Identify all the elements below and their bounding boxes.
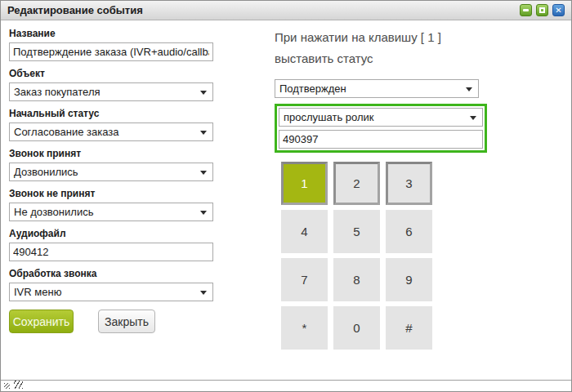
keypad-key-4[interactable]: 4 xyxy=(281,210,328,253)
call-handling-select[interactable]: IVR меню xyxy=(9,283,213,301)
dropdown-arrow-icon xyxy=(200,171,207,175)
event-form: Название Объект Заказ покупателя Начальн… xyxy=(9,28,213,333)
select-value: Заказ покупателя xyxy=(14,86,101,98)
field-label: Начальный статус xyxy=(9,108,213,119)
dropdown-arrow-icon xyxy=(200,211,207,215)
field-label: Название xyxy=(9,28,213,39)
keypad-key-0[interactable]: 0 xyxy=(333,306,380,350)
keypad-key-6[interactable]: 6 xyxy=(386,210,432,253)
field-call-not-accepted: Звонок не принят Не дозвонились xyxy=(9,188,213,221)
field-initial-status: Начальный статус Согласование заказа xyxy=(9,108,213,141)
dropdown-arrow-icon xyxy=(466,87,472,91)
field-label: Аудиофайл xyxy=(9,228,213,239)
field-label: Звонок принят xyxy=(9,148,213,159)
dropdown-arrow-icon xyxy=(200,91,207,95)
keypad-key-5[interactable]: 5 xyxy=(333,210,380,253)
minimize-button[interactable] xyxy=(520,4,532,16)
select-value: Не дозвонились xyxy=(14,206,93,218)
select-value: Дозвонились xyxy=(14,166,78,178)
maximize-icon xyxy=(539,7,545,13)
window-controls: ✕ xyxy=(520,4,571,16)
name-input[interactable] xyxy=(9,42,213,61)
edit-event-window: Редактирование события ✕ Название Объект… xyxy=(0,0,572,392)
key-action-heading: При нажатии на клавишу [ 1 ] выставить с… xyxy=(275,27,497,69)
object-select[interactable]: Заказ покупателя xyxy=(9,82,213,101)
keypad-key-hash[interactable]: # xyxy=(386,306,432,350)
field-call-accepted: Звонок принят Дозвонились xyxy=(9,148,213,181)
keypad-key-1[interactable]: 1 xyxy=(281,162,328,205)
maximize-button[interactable] xyxy=(536,4,548,16)
field-label: Объект xyxy=(9,68,213,79)
keypad-key-8[interactable]: 8 xyxy=(333,258,380,301)
resize-grip-icon[interactable] xyxy=(4,383,10,389)
titlebar: Редактирование события ✕ xyxy=(1,1,571,20)
field-audiofile: Аудиофайл xyxy=(9,228,213,261)
dropdown-arrow-icon xyxy=(200,131,207,135)
dropdown-arrow-icon xyxy=(200,291,207,295)
resize-grip-icon[interactable] xyxy=(14,381,23,389)
select-value: прослушать ролик xyxy=(284,111,374,123)
close-form-button[interactable]: Закрыть xyxy=(98,310,155,333)
select-value: IVR меню xyxy=(14,286,61,298)
keypad-key-7[interactable]: 7 xyxy=(281,258,328,301)
audio-id-input[interactable] xyxy=(279,130,483,149)
field-call-handling: Обработка звонка IVR меню xyxy=(9,268,213,301)
keypad: 1 2 3 4 5 6 7 8 9 * 0 # xyxy=(281,162,503,350)
field-object: Объект Заказ покупателя xyxy=(9,68,213,101)
action-select[interactable]: прослушать ролик xyxy=(279,108,483,127)
form-buttons: Сохранить Закрыть xyxy=(9,310,213,333)
keypad-key-3[interactable]: 3 xyxy=(386,162,432,205)
dropdown-arrow-icon xyxy=(470,116,476,120)
keypad-key-star[interactable]: * xyxy=(281,306,328,350)
call-not-accepted-select[interactable]: Не дозвонились xyxy=(9,203,213,221)
key-action-panel: При нажатии на клавишу [ 1 ] выставить с… xyxy=(275,27,503,350)
call-accepted-select[interactable]: Дозвонились xyxy=(9,163,213,181)
keypad-key-9[interactable]: 9 xyxy=(386,258,432,301)
audiofile-input[interactable] xyxy=(9,243,213,261)
select-value: Подтвержден xyxy=(279,82,346,95)
field-name: Название xyxy=(9,28,213,61)
window-title: Редактирование события xyxy=(1,4,520,16)
select-value: Согласование заказа xyxy=(14,126,118,138)
save-button[interactable]: Сохранить xyxy=(9,310,74,333)
field-label: Звонок не принят xyxy=(9,188,213,199)
status-select[interactable]: Подтвержден xyxy=(275,79,479,98)
initial-status-select[interactable]: Согласование заказа xyxy=(9,122,213,141)
highlighted-action-group: прослушать ролик xyxy=(275,104,487,153)
statusbar xyxy=(1,380,571,391)
field-label: Обработка звонка xyxy=(9,268,213,279)
minimize-icon xyxy=(523,9,529,11)
close-button[interactable]: ✕ xyxy=(552,4,565,16)
close-icon: ✕ xyxy=(555,7,561,15)
keypad-key-2[interactable]: 2 xyxy=(333,162,380,205)
